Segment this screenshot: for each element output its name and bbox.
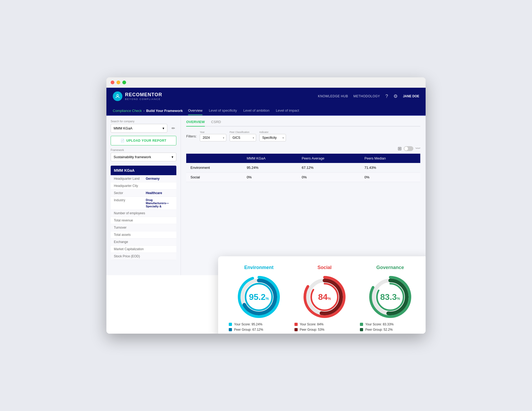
env-peer-label: Peer Group: 67.12% [234,328,263,332]
company-value: MMM KGaA [114,126,132,130]
breadcrumb: Compliance Check › Build Your Framework [113,109,183,113]
year-select[interactable]: 2024 2023 2022 [200,134,226,141]
environment-center: 95.2% [249,292,269,302]
tab-overview-content[interactable]: OVERVIEW [186,120,205,127]
indicator-filter: Indicator Specificity Ambition Impact [259,131,286,141]
governance-center: 83.3% [380,292,400,302]
indicator-label: Indicator [259,131,286,133]
social-legend-peer: Peer Group: 53% [294,328,355,332]
user-name: JANE DOE [403,94,419,98]
governance-value: 83.3 [380,292,397,302]
filters-row: Filters: Year 2024 2023 2022 [186,131,420,141]
environment-chart: Environment [229,265,289,332]
social-chart: Social 84% [294,265,355,332]
help-icon[interactable]: ? [385,94,388,99]
edit-icon[interactable]: ✏ [170,125,176,132]
logo-name: RECOMENTOR [125,92,162,98]
breadcrumb-compliance[interactable]: Compliance Check [113,109,142,113]
company-info-table: MMM KGaA Headquarter Land Germany Headqu… [111,166,176,260]
env-your-dot [229,323,232,326]
peer-classification-filter: Peer Classification GICS SIC NACE [230,131,256,141]
row-label: Turnover [114,226,146,229]
framework-dropdown-icon: ▾ [172,155,173,159]
row-value: Healthcare [146,191,162,195]
social-pct: % [328,296,331,301]
row-mmm: 95.24% [242,163,297,173]
tab-impact[interactable]: Level of impact [276,108,299,115]
upload-report-button[interactable]: 📄 UPLOAD YOUR REPORT [111,136,176,145]
tab-csrd-content[interactable]: CSRD [211,120,221,127]
settings-icon[interactable]: ⚙ [393,93,398,99]
row-label: Industry [114,198,146,208]
col-header-peers-avg: Peers Average [297,154,360,163]
col-header-peers-med: Peers Median [360,154,420,163]
peer-label: Peer Classification [230,131,256,133]
tab-ambition[interactable]: Level of ambition [243,108,269,115]
table-row: Total revenue [111,217,176,224]
row-label: Headquarter Land [114,177,146,181]
table-row: Industry Drug Manufacturers—Specialty & [111,197,176,210]
tab-specificity[interactable]: Level of specificity [209,108,237,115]
table-row: Stock Price (EOD) [111,253,176,260]
col-header-mmm: MMM KGaA [242,154,297,163]
tab-overview[interactable]: Overview [188,108,202,115]
social-peer-dot [294,328,298,331]
minimize-dot[interactable] [117,81,120,84]
table-row: Environment 95.24% 67.12% 71.43% [186,163,420,173]
table-row: Headquarter City [111,182,176,190]
gov-legend-your: Your Score: 83.33% [360,322,420,326]
company-select[interactable]: MMM KGaA ▾ [111,124,167,133]
env-legend-your: Your Score: 95.24% [229,322,289,326]
year-filter: Year 2024 2023 2022 [200,131,226,141]
row-label: Sector [114,191,146,195]
toggle-knob [404,147,408,150]
environment-donut: 95.2% [238,276,280,318]
logo-text-area: RECOMENTOR BEYOND COMPLIANCE [125,92,162,100]
view-toggle[interactable] [404,146,413,151]
social-donut: 84% [303,276,346,318]
logo-icon [113,91,122,101]
table-row: Exchange [111,238,176,246]
maximize-dot[interactable] [122,81,126,84]
logo-tagline: BEYOND COMPLIANCE [125,98,162,100]
peer-select[interactable]: GICS SIC NACE [230,134,256,141]
close-dot[interactable] [111,81,114,84]
governance-chart: Governance 83.3% [360,265,420,332]
charts-card: Environment [218,256,426,334]
social-peer-label: Peer Group: 53% [300,328,325,332]
header-nav: KNOWLEDGE HUB METHODOLOGY ? ⚙ JANE DOE [318,93,419,99]
social-legend-your: Your Score: 84% [294,322,355,326]
col-header-category [186,154,242,163]
peer-select-wrap: GICS SIC NACE [230,134,256,141]
nav-methodology[interactable]: METHODOLOGY [353,94,380,98]
gov-legend-peer: Peer Group: 52.2% [360,328,420,332]
row-peers-med: 71.43% [360,163,420,173]
table-row: Market Capitalization [111,246,176,253]
environment-pct: % [265,296,269,301]
app-container: RECOMENTOR BEYOND COMPLIANCE KNOWLEDGE H… [106,88,426,334]
social-value: 84 [318,292,328,302]
browser-window: RECOMENTOR BEYOND COMPLIANCE KNOWLEDGE H… [106,77,426,334]
framework-select[interactable]: Sustainability framework ▾ [111,153,176,161]
content-tabs: OVERVIEW CSRD [186,120,420,127]
table-row: Number of employees [111,210,176,217]
indicator-select[interactable]: Specificity Ambition Impact [259,134,286,141]
company-dropdown-icon: ▾ [163,126,164,130]
filters-label: Filters: [186,134,197,138]
svg-point-0 [117,94,119,96]
row-label: Total revenue [114,219,146,222]
chart-view-button[interactable]: 〰 [415,146,420,152]
social-your-dot [294,323,298,326]
main-content: Search for company MMM KGaA ▾ ✏ 📄 UPLOAD… [106,116,426,275]
table-row: Social 0% 0% 0% [186,173,420,182]
upload-label: UPLOAD YOUR REPORT [126,139,167,142]
nav-knowledge-hub[interactable]: KNOWLEDGE HUB [318,94,348,98]
table-row: Sector Healthcare [111,190,176,197]
row-peers-avg: 0% [297,173,360,182]
app-header: RECOMENTOR BEYOND COMPLIANCE KNOWLEDGE H… [106,88,426,105]
row-category: Social [186,173,242,182]
grid-view-button[interactable]: ⊞ [398,146,402,152]
right-inner: OVERVIEW CSRD Filters: Year 2024 [181,116,426,191]
social-your-label: Your Score: 84% [300,322,324,326]
environment-legend: Your Score: 95.24% Peer Group: 67.12% [229,322,289,332]
